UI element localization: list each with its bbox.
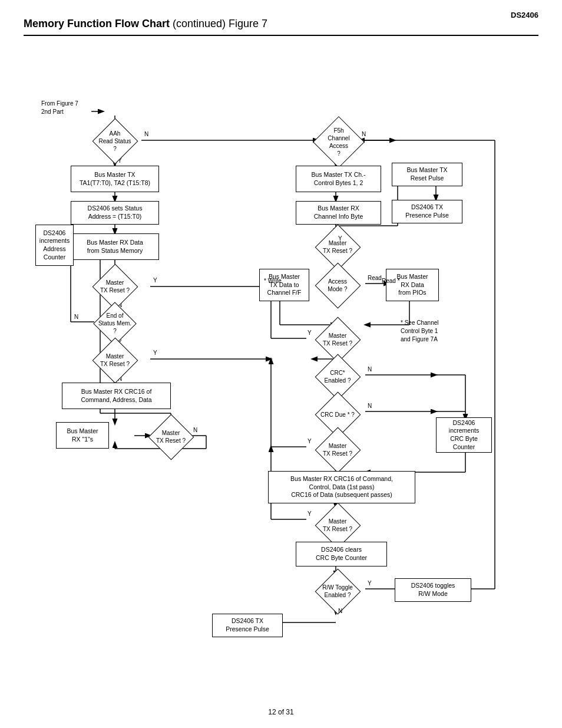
doc-id: DS2406 — [511, 11, 538, 19]
bus-rx-crc16b-box: Bus Master RX CRC16 of Command,Control, … — [268, 471, 415, 503]
master-reset2-diamond: MasterTX Reset ? — [88, 342, 141, 378]
svg-text:N: N — [144, 131, 148, 137]
svg-text:Y: Y — [153, 277, 157, 284]
master-reset-mid-diamond: MasterTX Reset ? — [311, 322, 364, 357]
bus-rx-pios-box: Bus MasterRX Datafrom PIOs — [386, 269, 439, 301]
ds2406-toggles-box: DS2406 togglesR/W Mode — [395, 578, 471, 602]
from-figure-label: From Figure 72nd Part — [41, 100, 78, 116]
bus-tx-reset-box: Bus Master TXReset Pulse — [392, 163, 462, 186]
bus-tx-ch-box: Bus Master TX Ch.-Control Bytes 1, 2 — [296, 166, 381, 192]
crc-enabled-diamond: CRC*Enabled ? — [311, 359, 364, 394]
end-status-diamond: End ofStatus Mem.? — [88, 307, 141, 340]
bus-tx-data-ch-box: Bus MasterTX Data toChannel F/F — [259, 269, 309, 301]
bus-master-tx-ta-box: Bus Master TXTA1(T7:T0), TA2 (T15:T8) — [71, 166, 159, 192]
page-number: 12 of 31 — [268, 708, 293, 716]
ds2406-tx-presence1-box: DS2406 TXPresence Pulse — [392, 200, 462, 223]
access-mode-diamond: AccessMode ? — [311, 268, 364, 303]
svg-text:N: N — [74, 314, 78, 320]
ds2406-tx-presence2-box: DS2406 TXPresence Pulse — [212, 614, 283, 637]
master-reset-top-diamond: MasterTX Reset ? — [311, 229, 364, 265]
n-label-rw: N — [338, 608, 342, 614]
master-reset1-diamond: MasterTX Reset ? — [88, 269, 141, 304]
title-normal: (continued) Figure 7 — [170, 18, 267, 29]
svg-text:Read: Read — [368, 275, 382, 281]
aah-diamond: AAhRead Status? — [88, 123, 141, 159]
ds2406-inc-crc-box: DS2406incrementsCRC ByteCounter — [436, 417, 492, 453]
bus-master-rx-status-box: Bus Master RX Datafrom Status Memory — [71, 233, 159, 260]
svg-text:N: N — [368, 366, 372, 373]
title-bold: Memory Function Flow Chart — [24, 18, 170, 29]
master-reset-crc-diamond: MasterTX Reset ? — [311, 432, 364, 467]
bus-rx-1s-box: Bus MasterRX "1"s — [56, 422, 109, 449]
f5h-diamond: F5hChannelAccess? — [312, 121, 365, 163]
ds2406-sets-box: DS2406 sets StatusAddress = (T15:T0) — [71, 201, 159, 225]
master-reset-bot-diamond: MasterTX Reset ? — [311, 508, 364, 543]
page-title: Memory Function Flow Chart (continued) F… — [24, 18, 538, 36]
ds2406-clears-box: DS2406 clearsCRC Byte Counter — [296, 542, 387, 566]
read-label: Read * — [382, 278, 400, 284]
svg-text:Y: Y — [368, 580, 372, 587]
page-footer: 12 of 31 — [0, 708, 562, 716]
bus-rx-crc16-box: Bus Master RX CRC16 ofCommand, Address, … — [62, 383, 171, 409]
see-note: * See ChannelControl Byte 1and Figure 7A — [401, 319, 439, 344]
write-label: * Write — [264, 278, 282, 284]
bus-rx-ch-info-box: Bus Master RXChannel Info Byte — [296, 201, 381, 225]
svg-text:N: N — [368, 403, 372, 409]
ds2406-inc-box: DS2406incrementsAddressCounter — [35, 225, 74, 266]
page: DS2406 Memory Function Flow Chart (conti… — [0, 0, 562, 728]
rw-toggle-diamond: R/W ToggleEnabled ? — [311, 574, 364, 609]
flowchart: N Y Y N N Y — [24, 48, 542, 714]
master-reset3-diamond: MasterTX Reset ? — [144, 419, 197, 454]
svg-text:Y: Y — [153, 350, 157, 356]
